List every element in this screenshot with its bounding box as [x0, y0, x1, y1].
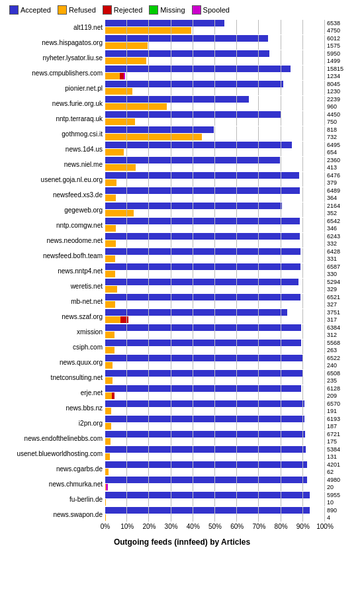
bar-refused	[105, 58, 146, 64]
accepted-value: 15815	[327, 66, 361, 73]
bar-row-refused	[105, 332, 325, 338]
bar-row-refused	[105, 118, 325, 125]
refused-value: 187	[327, 423, 361, 430]
bar-accepted	[105, 20, 224, 26]
accepted-value: 2239	[327, 96, 361, 103]
bar-refused	[105, 134, 202, 140]
x-axis-label: 10%	[120, 523, 134, 530]
x-axis-label: 30%	[165, 523, 178, 530]
bar-refused	[105, 438, 111, 445]
refused-value: 1499	[327, 58, 361, 65]
bar-row-accepted	[105, 279, 325, 285]
bar-refused	[105, 301, 115, 308]
row-values: 6193187	[325, 416, 361, 430]
bar-section	[105, 96, 325, 111]
bar-section	[105, 385, 325, 400]
refused-value: 346	[327, 225, 361, 232]
x-axis-label: 100%	[316, 523, 334, 530]
bar-refused	[105, 118, 135, 125]
bar-row-accepted	[105, 370, 325, 377]
bar-row-accepted	[105, 340, 325, 346]
bar-row-accepted	[105, 492, 325, 498]
bar-row-refused	[105, 316, 325, 323]
row-values: 6521327	[325, 294, 361, 308]
accepted-value: 6521	[327, 294, 361, 301]
bar-accepted	[105, 81, 283, 87]
bar-section	[105, 111, 325, 126]
refused-value: 654	[327, 149, 361, 156]
accepted-value: 6428	[327, 248, 361, 255]
bar-section	[105, 263, 325, 278]
x-axis-label: 80%	[275, 523, 288, 530]
row-label: tnetconsulting.net	[3, 374, 105, 381]
table-row: news.bbs.nz6570191	[3, 400, 361, 415]
bar-spooled	[124, 73, 125, 79]
row-values: 6721175	[325, 431, 361, 445]
rows-container: alt119.net65384750news.hispagatos.org601…	[3, 20, 361, 522]
bar-section	[105, 50, 325, 65]
bar-section	[105, 20, 325, 34]
bar-row-accepted	[105, 461, 325, 468]
refused-value: 732	[327, 134, 361, 141]
legend-item-refused: Refused	[58, 5, 96, 15]
table-row: nntp.terraraq.uk4450750	[3, 111, 361, 126]
table-row: news.chmurka.net498020	[3, 477, 361, 491]
bar-row-refused	[105, 514, 325, 521]
x-axis-label: 70%	[252, 523, 265, 530]
bar-section	[105, 187, 325, 202]
bar-refused	[105, 240, 116, 247]
bar-section	[105, 355, 325, 369]
row-label: news.niel.me	[3, 161, 105, 168]
bar-row-accepted	[105, 431, 325, 438]
bar-row-refused	[105, 210, 325, 216]
bar-section	[105, 324, 325, 339]
bar-row-accepted	[105, 96, 325, 103]
row-values: 5568263	[325, 340, 361, 354]
bar-accepted	[105, 66, 291, 72]
row-label: news.quux.org	[3, 359, 105, 366]
row-label: usenet.goja.nl.eu.org	[3, 176, 105, 183]
row-values: 6542346	[325, 218, 361, 232]
bar-accepted	[105, 431, 305, 438]
table-row: news.furie.org.uk2239960	[3, 96, 361, 111]
row-values: 6570191	[325, 400, 361, 415]
row-values: 818732	[325, 126, 361, 141]
bar-refused	[105, 377, 113, 384]
bar-row-refused	[105, 469, 325, 475]
bar-row-refused	[105, 225, 325, 232]
accepted-value: 6243	[327, 233, 361, 240]
bar-row-accepted	[105, 172, 325, 179]
bar-row-refused	[105, 134, 325, 140]
accepted-value: 6570	[327, 400, 361, 408]
row-label: pionier.net.pl	[3, 85, 105, 92]
row-label: news.chmurka.net	[3, 481, 105, 488]
x-axis-label: 20%	[142, 523, 156, 530]
bar-accepted	[105, 233, 300, 240]
row-values: 3751317	[325, 309, 361, 324]
row-label: csiph.com	[3, 344, 105, 351]
table-row: usenet.goja.nl.eu.org6476379	[3, 172, 361, 187]
bar-row-refused	[105, 179, 325, 186]
accepted-value: 6538	[327, 20, 361, 27]
accepted-value: 6489	[327, 187, 361, 195]
bar-accepted	[105, 172, 299, 179]
refused-value: 1575	[327, 42, 361, 50]
bar-accepted	[105, 248, 300, 255]
bar-section	[105, 294, 325, 308]
row-values: 498020	[325, 477, 361, 491]
row-label: news.bbs.nz	[3, 404, 105, 412]
refused-value: 413	[327, 164, 361, 171]
bar-section	[105, 203, 325, 217]
accepted-value: 6476	[327, 172, 361, 179]
bar-section	[105, 309, 325, 324]
chart-container: AcceptedRefusedRejectedMissingSpooled al…	[0, 0, 364, 573]
bar-refused	[105, 42, 148, 49]
row-label: mb-net.net	[3, 298, 105, 305]
bar-row-refused	[105, 149, 325, 156]
bar-row-accepted	[105, 203, 325, 209]
refused-value: 1230	[327, 88, 361, 95]
bar-accepted	[105, 461, 307, 468]
refused-value: 1234	[327, 73, 361, 80]
bar-row-accepted	[105, 355, 325, 361]
table-row: gegeweb.org2164352	[3, 203, 361, 217]
